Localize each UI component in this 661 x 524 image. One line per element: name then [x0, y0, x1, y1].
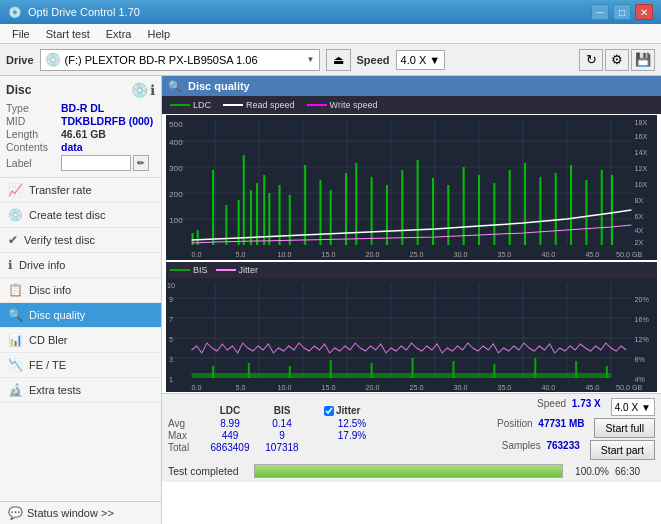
- svg-text:35.0: 35.0: [497, 251, 511, 259]
- svg-rect-55: [345, 173, 347, 245]
- top-chart-area: 100 200 300 400 500 2X 4X 6X 8X 10X 12X …: [166, 115, 657, 260]
- svg-text:7: 7: [169, 316, 173, 324]
- sidebar-item-verify-test-disc[interactable]: ✔ Verify test disc: [0, 228, 161, 253]
- drive-label: Drive: [6, 54, 34, 66]
- write-speed-legend-color: [307, 104, 327, 106]
- extra-tests-icon: 🔬: [8, 383, 23, 397]
- start-part-button[interactable]: Start part: [590, 440, 655, 460]
- svg-text:25.0: 25.0: [409, 384, 423, 392]
- svg-rect-45: [243, 155, 245, 245]
- write-speed-legend-label: Write speed: [330, 100, 378, 110]
- svg-text:0.0: 0.0: [192, 251, 202, 259]
- svg-text:400: 400: [169, 138, 183, 147]
- svg-text:500: 500: [169, 120, 183, 129]
- read-speed-legend-color: [223, 104, 243, 106]
- svg-text:14X: 14X: [634, 149, 647, 157]
- svg-text:20.0: 20.0: [365, 384, 379, 392]
- toolbar: Drive 💿 (F:) PLEXTOR BD-R PX-LB950SA 1.0…: [0, 44, 661, 76]
- svg-text:12%: 12%: [634, 336, 649, 344]
- create-test-disc-label: Create test disc: [29, 209, 105, 221]
- ldc-legend-label: LDC: [193, 100, 211, 110]
- settings-button[interactable]: ⚙: [605, 49, 629, 71]
- svg-rect-71: [585, 180, 587, 245]
- jitter-col-header: Jitter: [336, 405, 360, 416]
- svg-rect-47: [256, 183, 258, 245]
- max-ldc-value: 449: [204, 430, 256, 441]
- svg-rect-63: [463, 167, 465, 245]
- svg-text:18X: 18X: [634, 119, 647, 127]
- total-bis-value: 107318: [256, 442, 308, 453]
- disc-quality-label: Disc quality: [29, 309, 85, 321]
- refresh-button[interactable]: ↻: [579, 49, 603, 71]
- sidebar-item-fe-te[interactable]: 📉 FE / TE: [0, 353, 161, 378]
- verify-test-disc-icon: ✔: [8, 233, 18, 247]
- start-full-button[interactable]: Start full: [594, 418, 655, 438]
- svg-rect-48: [263, 175, 265, 245]
- svg-text:50.0 GB: 50.0 GB: [616, 384, 643, 392]
- drive-selector[interactable]: 💿 (F:) PLEXTOR BD-R PX-LB950SA 1.06 ▼: [40, 49, 320, 71]
- save-button[interactable]: 💾: [631, 49, 655, 71]
- position-key-label: Position: [497, 418, 533, 429]
- contents-value: data: [61, 141, 83, 153]
- sidebar-item-cd-bler[interactable]: 📊 CD Bler: [0, 328, 161, 353]
- svg-rect-61: [432, 178, 434, 245]
- svg-rect-119: [493, 364, 495, 378]
- svg-text:16%: 16%: [634, 316, 649, 324]
- svg-rect-60: [417, 160, 419, 245]
- total-ldc-value: 6863409: [204, 442, 256, 453]
- chart-header: 🔍 Disc quality: [162, 76, 661, 96]
- eject-button[interactable]: ⏏: [326, 49, 351, 71]
- chart-title: Disc quality: [188, 80, 250, 92]
- svg-text:5: 5: [169, 336, 173, 344]
- avg-bis-value: 0.14: [256, 418, 308, 429]
- svg-text:45.0: 45.0: [585, 251, 599, 259]
- menu-file[interactable]: File: [4, 27, 38, 41]
- svg-rect-53: [319, 180, 321, 245]
- sidebar-item-disc-quality[interactable]: 🔍 Disc quality: [0, 303, 161, 328]
- sidebar-item-disc-info[interactable]: 📋 Disc info: [0, 278, 161, 303]
- samples-val-label: 763233: [546, 440, 579, 451]
- read-speed-legend-label: Read speed: [246, 100, 295, 110]
- main-content: Disc 💿 ℹ Type BD-R DL MID TDKBLDRFB (000…: [0, 76, 661, 524]
- sidebar-item-extra-tests[interactable]: 🔬 Extra tests: [0, 378, 161, 403]
- svg-text:30.0: 30.0: [453, 384, 467, 392]
- extra-tests-label: Extra tests: [29, 384, 81, 396]
- progress-fill: [255, 465, 562, 477]
- label-edit-button[interactable]: ✏: [133, 155, 149, 171]
- menu-extra[interactable]: Extra: [98, 27, 140, 41]
- speed-select-box[interactable]: 4.0 X ▼: [611, 398, 655, 416]
- close-button[interactable]: ✕: [635, 4, 653, 20]
- maximize-button[interactable]: □: [613, 4, 631, 20]
- top-chart-legend: LDC Read speed Write speed: [162, 96, 661, 114]
- speed-select-arrow: ▼: [641, 402, 651, 413]
- disc-info-icon[interactable]: ℹ: [150, 82, 155, 98]
- svg-text:45.0: 45.0: [585, 384, 599, 392]
- chart-header-icon: 🔍: [168, 80, 182, 93]
- speed-selector[interactable]: 4.0 X ▼: [396, 50, 446, 70]
- sidebar-item-create-test-disc[interactable]: 💿 Create test disc: [0, 203, 161, 228]
- disc-read-icon[interactable]: 💿: [131, 82, 148, 98]
- progress-bar-row: Test completed 100.0% 66:30: [168, 464, 655, 478]
- sidebar-item-transfer-rate[interactable]: 📈 Transfer rate: [0, 178, 161, 203]
- length-label: Length: [6, 128, 61, 140]
- menu-bar: File Start test Extra Help: [0, 24, 661, 44]
- minimize-button[interactable]: ─: [591, 4, 609, 20]
- bis-legend-label: BIS: [193, 265, 208, 275]
- total-row-label: Total: [168, 442, 204, 453]
- speed-value: 4.0 X: [401, 54, 427, 66]
- drive-disc-icon: 💿: [45, 52, 61, 67]
- svg-rect-118: [452, 361, 454, 378]
- svg-text:5.0: 5.0: [236, 251, 246, 259]
- svg-text:16X: 16X: [634, 133, 647, 141]
- label-input[interactable]: [61, 155, 131, 171]
- sidebar-item-drive-info[interactable]: ℹ Drive info: [0, 253, 161, 278]
- drive-info-label: Drive info: [19, 259, 65, 271]
- menu-start-test[interactable]: Start test: [38, 27, 98, 41]
- menu-help[interactable]: Help: [139, 27, 178, 41]
- status-window[interactable]: 💬 Status window >>: [0, 501, 161, 524]
- avg-row-label: Avg: [168, 418, 204, 429]
- jitter-checkbox[interactable]: [324, 406, 334, 416]
- transfer-rate-label: Transfer rate: [29, 184, 92, 196]
- svg-text:8X: 8X: [634, 197, 643, 205]
- app-title: Opti Drive Control 1.70: [28, 6, 140, 18]
